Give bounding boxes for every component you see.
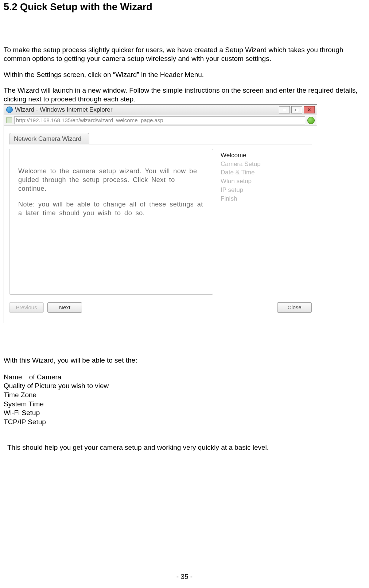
list-item: System Time (4, 400, 365, 409)
intro-paragraph: To make the setup process slightly quick… (4, 46, 365, 63)
next-button[interactable]: Next (47, 302, 82, 313)
close-window-button[interactable]: ✕ (304, 106, 315, 113)
list-item: Time Zone (4, 391, 365, 400)
previous-button: Previous (9, 302, 44, 313)
list-item: TCP/IP Setup (4, 418, 365, 427)
url-input[interactable] (14, 116, 305, 124)
paragraph-3: The Wizard will launch in a new window. … (4, 86, 365, 104)
wizard-step-ip: IP setup (221, 186, 312, 194)
section-heading: 5.2 Quick Setup with the Wizard (4, 1, 365, 13)
page-number: - 35 - (0, 573, 369, 581)
browser-titlebar: Wizard - Windows Internet Explorer – □ ✕ (4, 105, 317, 115)
wizard-steps: Welcome Camera Setup Date & Time Wlan se… (221, 149, 312, 203)
wizard-set-list: Name of Camera Quality of Picture you wi… (4, 373, 365, 427)
wizard-button-row: Previous Next Close (9, 302, 312, 313)
browser-content: Network Camera Wizard Welcome to the cam… (4, 126, 317, 323)
address-bar (4, 115, 317, 126)
maximize-button[interactable]: □ (291, 106, 302, 113)
wizard-step-date-time: Date & Time (221, 168, 312, 177)
browser-window: Wizard - Windows Internet Explorer – □ ✕… (4, 104, 317, 323)
closing-paragraph: This should help you get your camera set… (4, 444, 365, 452)
list-item: Name of Camera (4, 373, 365, 382)
wizard-panel: Welcome to the camera setup wizard. You … (9, 149, 213, 295)
wizard-body: Welcome to the camera setup wizard. You … (9, 144, 312, 297)
list-item: Quality of Picture you wish to view (4, 382, 365, 391)
paragraph-2: Within the Settings screen, click on “Wi… (4, 70, 365, 79)
wizard-welcome-p2: Note: you will be able to change all of … (18, 200, 204, 218)
close-button[interactable]: Close (277, 302, 312, 313)
list-item: Wi-Fi Setup (4, 409, 365, 418)
wizard-welcome-p1: Welcome to the camera setup wizard. You … (18, 167, 204, 193)
post-intro: With this Wizard, you will be able to se… (4, 356, 365, 365)
wizard-tab-title: Network Camera Wizard (9, 133, 89, 144)
wizard-step-wlan: Wlan setup (221, 177, 312, 186)
wizard-step-finish: Finish (221, 194, 312, 203)
browser-title: Wizard - Windows Internet Explorer (15, 106, 112, 113)
window-buttons: – □ ✕ (279, 106, 315, 113)
minimize-button[interactable]: – (279, 106, 290, 113)
go-refresh-icon[interactable] (307, 117, 315, 124)
ie-icon (6, 107, 13, 113)
wizard-step-welcome: Welcome (221, 151, 312, 160)
page-icon (6, 117, 12, 123)
wizard-step-camera-setup: Camera Setup (221, 160, 312, 169)
